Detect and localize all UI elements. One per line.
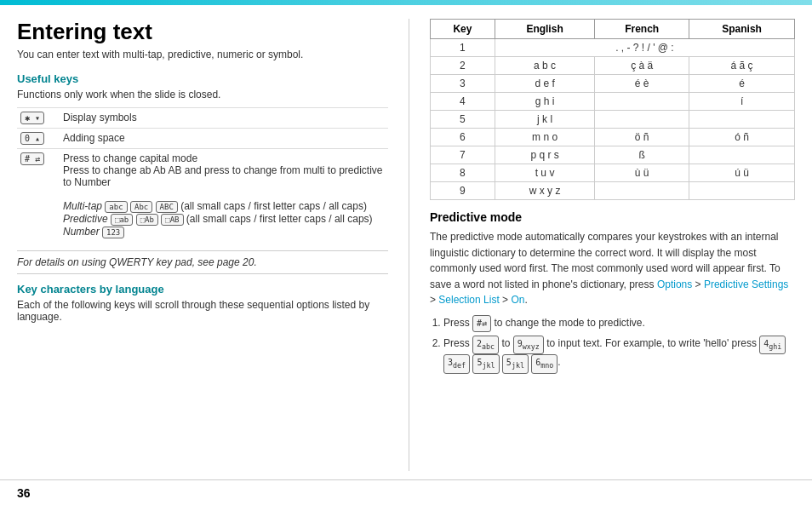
table-cell [595, 93, 689, 111]
table-row: 1. , - ? ! / ' @ : [431, 39, 795, 57]
table-cell: 4 [431, 93, 495, 111]
key-icon-symbols: ✱ ▾ [17, 108, 60, 129]
table-cell: ç à ä [595, 57, 689, 75]
2abc-key: 2abc [472, 336, 499, 354]
useful-keys-title: Useful keys [17, 72, 388, 85]
table-cell: g h i [495, 93, 594, 111]
page-number: 36 [17, 486, 31, 500]
table-cell: é è [595, 75, 689, 93]
table-header-row: Key English French Spanish [431, 20, 795, 39]
symbol-key-icon: ✱ ▾ [20, 112, 44, 124]
table-cell [689, 111, 795, 129]
table-row: 2a b cç à äá ã ç [431, 57, 795, 75]
table-cell: é [689, 75, 795, 93]
table-row: 9w x y z [431, 182, 795, 200]
9wxyz-key: 9wxyz [513, 336, 544, 354]
6mno-key: 6mno [531, 354, 558, 373]
key-desc-space: Adding space [60, 129, 388, 149]
key-icon-space: 0 ▴ [17, 129, 60, 149]
table-row: 6m n oö ñó ñ [431, 129, 795, 146]
table-row: 3d e fé èé [431, 75, 795, 93]
predictive-mode-title: Predictive mode [430, 210, 795, 224]
col-spanish: Spanish [689, 20, 795, 39]
table-cell: 9 [431, 182, 495, 200]
table-cell: ù ü [595, 164, 689, 182]
table-cell: 1 [431, 39, 495, 57]
italic-note: For details on using QWERTY key pad, see… [17, 250, 388, 274]
language-table: Key English French Spanish 1. , - ? ! / … [430, 19, 795, 200]
key-chars-desc: Each of the following keys will scroll t… [17, 299, 388, 323]
table-cell [595, 111, 689, 129]
3def-key: 3def [443, 354, 470, 373]
page-number-bar: 36 [0, 479, 812, 505]
table-cell: w x y z [495, 182, 594, 200]
table-cell: ß [595, 146, 689, 164]
table-cell: t u v [495, 164, 594, 182]
table-cell: 2 [431, 57, 495, 75]
predictive-text: The predictive mode automatically compar… [430, 229, 795, 308]
col-english: English [495, 20, 594, 39]
table-cell: ó ñ [689, 129, 795, 146]
table-cell: j k l [495, 111, 594, 129]
key-row-space: 0 ▴ Adding space [17, 129, 388, 149]
table-cell [595, 182, 689, 200]
useful-keys-desc: Functions only work when the slide is cl… [17, 89, 388, 100]
content-wrapper: Entering text You can enter text with mu… [0, 5, 812, 479]
table-cell: 8 [431, 164, 495, 182]
options-link[interactable]: Options [657, 278, 692, 290]
col-key: Key [431, 20, 495, 39]
hash-key-step1: #⇄ [472, 315, 491, 332]
key-desc-shift: Press to change capital mode Press to ch… [60, 149, 388, 243]
table-cell: ö ñ [595, 129, 689, 146]
left-column: Entering text You can enter text with mu… [17, 19, 409, 471]
space-key-icon: 0 ▴ [20, 132, 44, 145]
4ghi-key: 4ghi [759, 336, 786, 354]
5jkl-key2: 5jkl [502, 354, 529, 373]
5jkl-key1: 5jkl [472, 354, 499, 373]
right-column: Key English French Spanish 1. , - ? ! / … [409, 19, 795, 471]
table-cell: . , - ? ! / ' @ : [495, 39, 794, 57]
table-row: 5j k l [431, 111, 795, 129]
table-cell: a b c [495, 57, 594, 75]
col-french: French [595, 20, 689, 39]
key-row-symbols: ✱ ▾ Display symbols [17, 108, 388, 129]
table-row: 8t u vù üú ü [431, 164, 795, 182]
on-link[interactable]: On [511, 294, 524, 306]
table-cell: 5 [431, 111, 495, 129]
page-subtitle: You can enter text with multi-tap, predi… [17, 49, 388, 60]
table-cell: p q r s [495, 146, 594, 164]
steps-list: Press #⇄ to change the mode to predictiv… [430, 315, 795, 374]
step-2: Press 2abc to 9wxyz to input text. For e… [443, 336, 795, 374]
useful-keys-table: ✱ ▾ Display symbols 0 ▴ Adding space # ⇄… [17, 107, 388, 242]
table-cell: m n o [495, 129, 594, 146]
step-1: Press #⇄ to change the mode to predictiv… [443, 315, 795, 332]
table-cell: 3 [431, 75, 495, 93]
table-cell: í [689, 93, 795, 111]
table-row: 7p q r sß [431, 146, 795, 164]
table-cell [689, 146, 795, 164]
table-cell: 6 [431, 129, 495, 146]
table-cell: ú ü [689, 164, 795, 182]
key-chars-title: Key characters by language [17, 283, 388, 296]
selection-list-link[interactable]: Selection List [438, 294, 499, 306]
table-row: 4g h ií [431, 93, 795, 111]
key-icon-shift: # ⇄ [17, 149, 60, 243]
table-cell [689, 182, 795, 200]
key-desc-symbols: Display symbols [60, 108, 388, 129]
key-row-shift: # ⇄ Press to change capital mode Press t… [17, 149, 388, 243]
shift-key-icon: # ⇄ [20, 152, 44, 165]
table-cell: 7 [431, 146, 495, 164]
table-cell: á ã ç [689, 57, 795, 75]
predictive-settings-link[interactable]: Predictive Settings [704, 278, 788, 290]
page-title: Entering text [17, 19, 388, 45]
table-cell: d e f [495, 75, 594, 93]
